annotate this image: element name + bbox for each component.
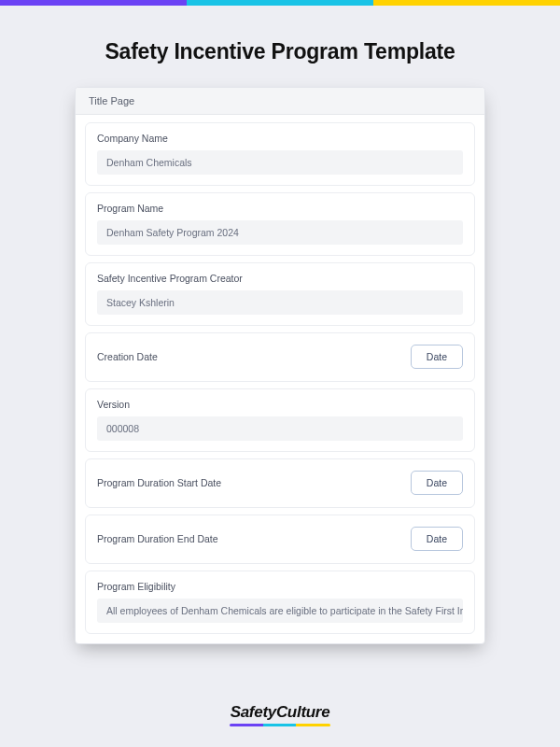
field-label: Program Duration End Date [97,533,218,544]
field-company-name: Company Name Denham Chemicals [85,122,475,186]
field-label: Program Duration Start Date [97,477,221,488]
field-creator: Safety Incentive Program Creator Stacey … [85,262,475,326]
field-value[interactable]: Denham Chemicals [97,150,463,175]
bar-segment-purple [0,0,187,6]
field-label: Safety Incentive Program Creator [97,273,463,284]
top-accent-bar [0,0,560,6]
field-version: Version 000008 [85,388,475,452]
date-button[interactable]: Date [411,527,463,551]
field-list: Company Name Denham Chemicals Program Na… [76,115,484,643]
date-button[interactable]: Date [411,345,463,369]
field-program-name: Program Name Denham Safety Program 2024 [85,192,475,256]
field-value[interactable]: 000008 [97,416,463,441]
date-button[interactable]: Date [411,471,463,495]
brand-text: SafetyCulture [231,703,330,721]
bar-segment-cyan [187,0,373,6]
field-label: Program Name [97,203,463,214]
field-end-date: Program Duration End Date Date [85,514,475,564]
field-value[interactable]: All employees of Denham Chemicals are el… [97,599,463,623]
field-eligibility: Program Eligibility All employees of Den… [85,571,475,634]
field-label: Version [97,399,463,410]
field-value[interactable]: Denham Safety Program 2024 [97,220,463,245]
field-label: Program Eligibility [97,581,463,592]
brand-logo: SafetyCulture [0,703,560,726]
field-value[interactable]: Stacey Kshlerin [97,290,463,315]
field-label: Creation Date [97,351,158,362]
field-creation-date: Creation Date Date [85,332,475,382]
form-card: Title Page Company Name Denham Chemicals… [75,87,485,644]
page-title: Safety Incentive Program Template [0,39,560,64]
section-header: Title Page [76,88,484,115]
field-start-date: Program Duration Start Date Date [85,458,475,508]
bar-segment-yellow [373,0,560,6]
brand-underline [230,724,330,726]
field-label: Company Name [97,133,463,144]
